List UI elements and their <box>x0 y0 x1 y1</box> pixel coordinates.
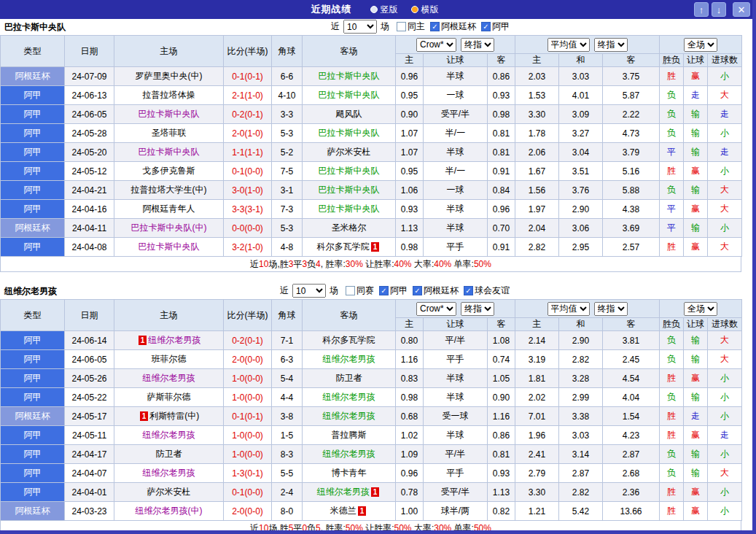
filter-checkbox[interactable]: ✓阿根廷杯 <box>430 20 476 33</box>
filter-checkbox[interactable]: ✓阿甲 <box>481 20 510 33</box>
europe-odds-cell: 1.53 <box>515 86 559 105</box>
result-cell: 走 <box>684 86 708 105</box>
scroll-up-button[interactable]: ↑ <box>694 2 709 17</box>
final-odds-select[interactable]: 终指 <box>594 38 628 52</box>
home-team-cell: 萨尔米安杜 <box>114 483 224 502</box>
handicap-odds-cell: 1.02 <box>396 426 424 445</box>
filter-checkbox[interactable]: ✓球会友谊 <box>464 285 510 297</box>
result-cell: 平 <box>660 219 684 238</box>
result-cell: 大 <box>708 86 742 105</box>
team-name-text: 纽维尔老男孩 <box>323 392 375 402</box>
filter-checkbox[interactable]: 同主 <box>397 20 425 33</box>
away-team-cell: 米德兰1 <box>303 502 396 521</box>
result-cell: 负 <box>660 86 684 105</box>
europe-odds-cell: 3.27 <box>559 124 603 143</box>
final-odds-select[interactable]: 终指 <box>461 302 494 316</box>
team-section: 巴拉卡斯中央队近10场同主✓阿根廷杯✓阿甲类型日期主场比分(半场)角球客场Cro… <box>0 19 741 272</box>
average-odds-select[interactable]: 平均值 <box>547 38 590 52</box>
match-filter: 近10场同赛✓阿甲✓阿根廷杯✓球会友谊 <box>278 284 510 298</box>
full-match-select[interactable]: 全场 <box>684 302 717 316</box>
final-odds-select[interactable]: 终指 <box>461 38 494 52</box>
europe-odds-cell: 2.82 <box>515 238 559 257</box>
result-cell: 输 <box>684 181 708 200</box>
titlebar-buttons: ↑ ↓ ✕ <box>694 2 750 17</box>
europe-odds-cell: 2.90 <box>559 200 603 219</box>
europe-odds-cell: 2.06 <box>515 143 559 162</box>
europe-odds-cell: 3.51 <box>559 162 603 181</box>
average-odds-select[interactable]: 平均值 <box>547 302 590 316</box>
filter-checkbox[interactable]: 同赛 <box>346 285 374 297</box>
team-name-text: 巴拉卡斯中央队 <box>319 128 380 138</box>
result-cell: 输 <box>684 124 708 143</box>
checkbox-icon[interactable]: ✓ <box>481 22 491 31</box>
corner-cell: 5-3 <box>272 219 303 238</box>
home-team-cell: 罗萨里奥中央(中) <box>114 67 224 86</box>
team-name-text: 阿根廷青年人 <box>143 204 195 214</box>
handicap-odds-cell: 0.95 <box>396 86 424 105</box>
europe-odds-group-header: 平均值终指 <box>515 300 660 318</box>
handicap-odds-cell: 1.09 <box>396 445 424 464</box>
team-name-text: 科尔多瓦学院 <box>317 241 370 252</box>
europe-odds-cell: 3.19 <box>515 350 559 369</box>
team-name-text: 纽维尔老男孩 <box>143 468 195 478</box>
checkbox-label: 阿根廷杯 <box>441 20 476 33</box>
checkbox-icon[interactable]: ✓ <box>379 286 389 295</box>
radio-icon <box>370 6 378 13</box>
europe-odds-cell: 3.14 <box>559 445 603 464</box>
team-section: 纽维尔老男孩近10场同赛✓阿甲✓阿根廷杯✓球会友谊类型日期主场比分(半场)角球客… <box>0 283 741 534</box>
scroll-down-button[interactable]: ↓ <box>712 2 726 17</box>
europe-odds-cell: 2.82 <box>559 483 603 502</box>
corner-cell: 2-4 <box>272 483 303 502</box>
team-name-text: 防卫者 <box>156 449 182 459</box>
handicap-odds-cell: 1.07 <box>396 143 424 162</box>
recent-count-select[interactable]: 10 <box>343 20 377 34</box>
bookmaker-select[interactable]: Crow* <box>416 38 456 52</box>
corner-cell: 7-5 <box>272 162 303 181</box>
date-cell: 24-05-12 <box>65 162 114 181</box>
checkbox-icon[interactable]: ✓ <box>430 22 440 31</box>
filter-checkbox[interactable]: ✓阿根廷杯 <box>413 285 459 297</box>
final-odds-select[interactable]: 终指 <box>594 302 628 316</box>
home-team-cell: 纽维尔老男孩(中) <box>114 502 224 521</box>
europe-odds-cell: 4.38 <box>603 200 660 219</box>
europe-odds-group-header: 平均值终指 <box>515 36 660 54</box>
handicap-odds-cell: 0.95 <box>396 162 424 181</box>
radio-label: 竖版 <box>381 4 398 16</box>
handicap-odds-cell: 平手 <box>424 350 488 369</box>
result-cell: 平 <box>660 143 684 162</box>
result-cell: 负 <box>660 105 684 124</box>
sub-column-header: 客 <box>603 318 660 331</box>
bookmaker-select[interactable]: Crow* <box>416 302 456 316</box>
team-name-text: 罗萨里奥中央(中) <box>136 71 203 81</box>
layout-radio-horizontal[interactable]: 横版 <box>411 4 439 16</box>
stat-segment: 50% <box>474 259 491 269</box>
result-cell: 胜 <box>660 426 684 445</box>
team-name-text: 拉普拉塔大学生(中) <box>131 185 207 195</box>
titlebar: 近期战绩 竖版 横版 ↑ ↓ ✕ <box>0 0 756 19</box>
handicap-odds-cell: 1.16 <box>488 407 515 426</box>
score-cell: 0-0(0-0) <box>224 219 272 238</box>
table-row: 阿甲24-05-22萨斯菲尔德1-0(0-0)4-4纽维尔老男孩0.98半球0.… <box>1 388 742 407</box>
checkbox-icon[interactable] <box>397 22 406 31</box>
team-name-text: 圣米格尔 <box>332 222 367 233</box>
checkbox-icon[interactable] <box>346 286 355 295</box>
handicap-odds-cell: 1.08 <box>488 331 515 350</box>
full-match-select[interactable]: 全场 <box>684 38 717 52</box>
stat-segment: 40% <box>394 259 412 269</box>
team-name-text: 博卡青年 <box>332 468 367 478</box>
europe-odds-cell: 1.56 <box>515 181 559 200</box>
recent-count-select[interactable]: 10 <box>292 284 326 298</box>
result-cell: 赢 <box>684 67 708 86</box>
date-cell: 24-06-05 <box>65 350 114 369</box>
filter-checkbox[interactable]: ✓阿甲 <box>379 285 408 297</box>
result-cell: 负 <box>660 124 684 143</box>
result-cell: 输 <box>684 105 708 124</box>
layout-radio-vertical[interactable]: 竖版 <box>370 4 398 16</box>
checkbox-icon[interactable]: ✓ <box>464 286 473 295</box>
europe-odds-cell: 3.38 <box>559 407 603 426</box>
close-button[interactable]: ✕ <box>733 2 750 17</box>
europe-odds-cell: 3.76 <box>559 181 603 200</box>
europe-odds-cell: 2.68 <box>603 464 660 483</box>
checkbox-icon[interactable]: ✓ <box>413 286 422 295</box>
team-name-text: 纽维尔老男孩 <box>317 487 370 497</box>
